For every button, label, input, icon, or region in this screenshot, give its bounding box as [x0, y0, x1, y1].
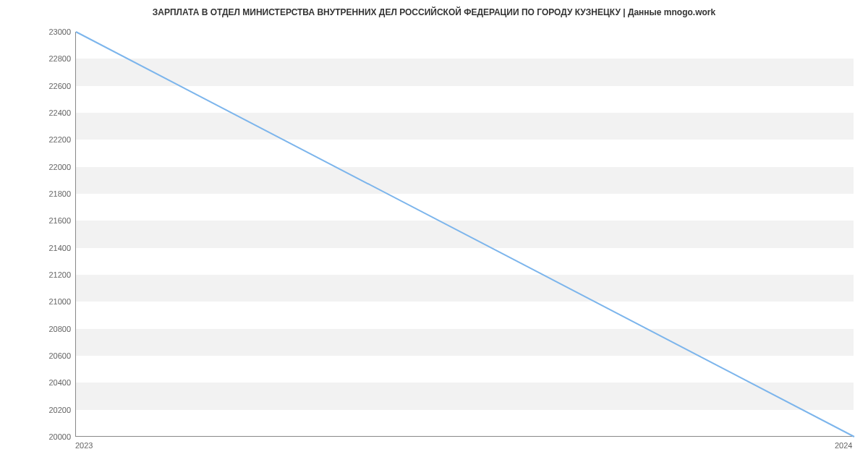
y-tick-label: 21200 — [27, 270, 71, 279]
y-tick-label: 23000 — [27, 27, 71, 36]
y-tick-label: 20600 — [27, 351, 71, 360]
y-tick-label: 22200 — [27, 135, 71, 144]
y-tick-label: 20000 — [27, 432, 71, 441]
y-tick-label: 21800 — [27, 189, 71, 198]
chart-container: ЗАРПЛАТА В ОТДЕЛ МИНИСТЕРСТВА ВНУТРЕННИХ… — [0, 0, 868, 470]
y-tick-label: 20400 — [27, 378, 71, 387]
y-tick-label: 20200 — [27, 406, 71, 414]
chart-title: ЗАРПЛАТА В ОТДЕЛ МИНИСТЕРСТВА ВНУТРЕННИХ… — [0, 7, 868, 17]
y-tick-label: 22600 — [27, 82, 71, 90]
plot-area — [75, 32, 854, 437]
x-tick-label: 2024 — [835, 441, 852, 450]
y-tick-label: 20800 — [27, 325, 71, 333]
line-series — [76, 32, 854, 436]
x-tick-label: 2023 — [75, 441, 93, 450]
y-tick-label: 22400 — [27, 108, 71, 117]
y-tick-label: 21000 — [27, 297, 71, 306]
y-tick-label: 21600 — [27, 216, 71, 225]
y-tick-label: 22800 — [27, 54, 71, 63]
y-tick-label: 21400 — [27, 244, 71, 252]
y-tick-label: 22000 — [27, 163, 71, 171]
data-line — [76, 32, 854, 437]
